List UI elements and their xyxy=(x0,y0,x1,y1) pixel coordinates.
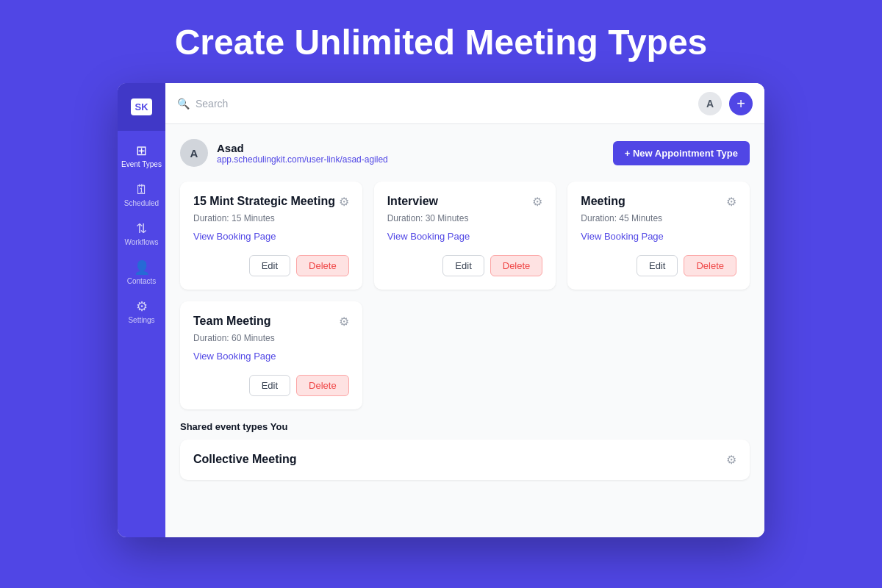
card-booking-link-1[interactable]: View Booking Page xyxy=(193,231,349,242)
sidebar-label-event-types: Event Types xyxy=(121,160,162,168)
collective-title: Collective Meeting xyxy=(193,453,296,467)
collective-settings-icon[interactable]: ⚙ xyxy=(726,453,736,467)
user-header: A Asad app.schedulingkit.com/user-link/a… xyxy=(180,139,750,167)
card-duration-1: Duration: 15 Minutes xyxy=(193,213,349,223)
cards-grid-row2: Team Meeting ⚙ Duration: 60 Minutes View… xyxy=(180,301,750,409)
sidebar-label-settings: Settings xyxy=(128,316,154,324)
topbar: 🔍 A + xyxy=(165,83,764,124)
card-actions-3: Edit Delete xyxy=(581,255,736,276)
meeting-card-3: Meeting ⚙ Duration: 45 Minutes View Book… xyxy=(567,182,750,290)
user-link: app.schedulingkit.com/user-link/asad-agi… xyxy=(217,154,388,165)
card-duration-4: Duration: 60 Minutes xyxy=(193,333,349,343)
card-header-4: Team Meeting ⚙ xyxy=(193,315,349,329)
user-avatar-topbar: A xyxy=(698,92,722,115)
grid-icon: ⊞ xyxy=(136,144,147,157)
card-settings-icon-1[interactable]: ⚙ xyxy=(339,195,349,209)
sidebar-item-settings[interactable]: ⚙ Settings xyxy=(118,293,165,331)
sidebar-label-scheduled: Scheduled xyxy=(124,199,159,207)
card-title-3: Meeting xyxy=(581,195,625,208)
delete-button-4[interactable]: Delete xyxy=(296,375,349,396)
sidebar-label-workflows: Workflows xyxy=(125,238,159,246)
meeting-card-4: Team Meeting ⚙ Duration: 60 Minutes View… xyxy=(180,301,362,409)
delete-button-1[interactable]: Delete xyxy=(296,255,349,276)
card-duration-3: Duration: 45 Minutes xyxy=(581,213,736,223)
user-info: A Asad app.schedulingkit.com/user-link/a… xyxy=(180,139,388,167)
search-input[interactable] xyxy=(196,98,698,110)
card-header-2: Interview ⚙ xyxy=(387,195,543,209)
content-area: A Asad app.schedulingkit.com/user-link/a… xyxy=(165,124,764,537)
sidebar-item-workflows[interactable]: ⇅ Workflows xyxy=(118,215,165,254)
card-booking-link-2[interactable]: View Booking Page xyxy=(387,231,543,242)
hero-title: Create Unlimited Meeting Types xyxy=(0,0,882,83)
card-settings-icon-3[interactable]: ⚙ xyxy=(726,195,736,209)
contacts-icon: 👤 xyxy=(134,261,150,274)
card-duration-2: Duration: 30 Minutes xyxy=(387,213,543,223)
sidebar-logo: SK xyxy=(118,83,165,131)
edit-button-1[interactable]: Edit xyxy=(249,255,290,276)
card-title-2: Interview xyxy=(387,195,438,208)
shared-section: Shared event types You Collective Meetin… xyxy=(180,421,750,480)
card-actions-1: Edit Delete xyxy=(193,255,349,276)
workflow-icon: ⇅ xyxy=(136,222,147,235)
meeting-card-2: Interview ⚙ Duration: 30 Minutes View Bo… xyxy=(374,182,556,290)
meeting-card-1: 15 Mint Strategic Meeting ⚙ Duration: 15… xyxy=(180,182,362,290)
logo-text: SK xyxy=(131,98,151,115)
collective-card: Collective Meeting ⚙ xyxy=(180,440,750,480)
app-window: SK ⊞ Event Types 🗓 Scheduled ⇅ Workflows… xyxy=(118,83,764,537)
delete-button-3[interactable]: Delete xyxy=(684,255,736,276)
delete-button-2[interactable]: Delete xyxy=(490,255,543,276)
card-settings-icon-4[interactable]: ⚙ xyxy=(339,315,349,329)
card-header-3: Meeting ⚙ xyxy=(581,195,736,209)
card-booking-link-4[interactable]: View Booking Page xyxy=(193,351,349,362)
add-button[interactable]: + xyxy=(729,92,753,115)
edit-button-2[interactable]: Edit xyxy=(442,255,484,276)
search-wrapper: 🔍 xyxy=(177,98,698,110)
user-name: Asad xyxy=(217,142,388,154)
shared-section-label: Shared event types You xyxy=(180,421,750,432)
search-icon: 🔍 xyxy=(177,98,190,110)
card-actions-2: Edit Delete xyxy=(387,255,543,276)
sidebar-item-event-types[interactable]: ⊞ Event Types xyxy=(118,137,165,176)
edit-button-3[interactable]: Edit xyxy=(637,255,678,276)
card-title-1: 15 Mint Strategic Meeting xyxy=(193,195,335,208)
main-content: 🔍 A + A Asad app.schedulingkit.com/user-… xyxy=(165,83,764,537)
settings-icon: ⚙ xyxy=(136,300,148,313)
calendar-icon: 🗓 xyxy=(135,183,148,196)
cards-grid-row1: 15 Mint Strategic Meeting ⚙ Duration: 15… xyxy=(180,182,750,290)
card-actions-4: Edit Delete xyxy=(193,375,349,396)
sidebar: SK ⊞ Event Types 🗓 Scheduled ⇅ Workflows… xyxy=(118,83,165,537)
collective-header: Collective Meeting ⚙ xyxy=(193,453,736,467)
card-title-4: Team Meeting xyxy=(193,315,271,328)
new-appointment-button[interactable]: + New Appointment Type xyxy=(613,141,750,165)
sidebar-label-contacts: Contacts xyxy=(127,277,156,285)
sidebar-item-contacts[interactable]: 👤 Contacts xyxy=(118,254,165,293)
topbar-actions: A + xyxy=(698,92,753,115)
card-header-1: 15 Mint Strategic Meeting ⚙ xyxy=(193,195,349,209)
user-avatar: A xyxy=(180,139,208,167)
edit-button-4[interactable]: Edit xyxy=(249,375,290,396)
sidebar-item-scheduled[interactable]: 🗓 Scheduled xyxy=(118,176,165,215)
card-settings-icon-2[interactable]: ⚙ xyxy=(532,195,542,209)
user-details: Asad app.schedulingkit.com/user-link/asa… xyxy=(217,142,388,165)
card-booking-link-3[interactable]: View Booking Page xyxy=(581,231,736,242)
